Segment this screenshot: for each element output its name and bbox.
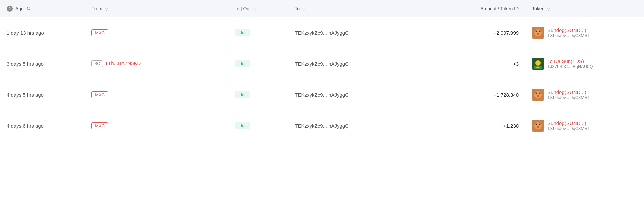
inout-label: In | Out bbox=[235, 6, 251, 11]
to-filter-icon[interactable]: ▽ bbox=[302, 7, 305, 11]
to-address: TEKzxykZc9... nAJyggC bbox=[295, 92, 349, 98]
amount-cell: +3 bbox=[432, 48, 525, 79]
from-column-header: From ▽ bbox=[85, 0, 229, 17]
to-label: To bbox=[295, 6, 300, 11]
in-badge: In bbox=[235, 60, 250, 67]
inout-column-header: In | Out ▽ bbox=[229, 0, 288, 17]
to-column-header: To ▽ bbox=[288, 0, 432, 17]
token-info: TDS To Da Sun(TDS)TJ87hSbC... BqHAU5Q bbox=[532, 58, 637, 70]
amount-column-header: Amount / Token ID bbox=[432, 0, 525, 17]
svg-point-8 bbox=[535, 60, 541, 66]
token-name-link[interactable]: Sundog(SUND...) bbox=[547, 89, 590, 95]
in-badge: In bbox=[235, 122, 250, 129]
direction-cell: In bbox=[229, 17, 288, 48]
to-cell: TEKzxykZc9... nAJyggC bbox=[288, 17, 432, 48]
token-info: Sundog(SUND...)TXL6rJbv... 9qC8MRT bbox=[532, 27, 637, 39]
reload-icon[interactable]: ↻ bbox=[26, 5, 31, 12]
to-address: TEKzxykZc9... nAJyggC bbox=[295, 123, 349, 129]
token-id: TXL6rJbv... 9qC8MRT bbox=[547, 126, 590, 131]
direction-cell: In bbox=[229, 79, 288, 110]
inout-filter-icon[interactable]: ▽ bbox=[253, 7, 256, 11]
token-image-todasun: TDS bbox=[532, 58, 544, 70]
token-filter-icon[interactable]: ▽ bbox=[547, 7, 550, 11]
token-info: Sundog(SUND...)TXL6rJbv... 9qC8MRT bbox=[532, 120, 637, 132]
from-label: From bbox=[91, 6, 102, 11]
token-image-sundog bbox=[532, 120, 544, 132]
in-badge: In bbox=[235, 29, 250, 36]
age-cell: 4 days 6 hrs ago bbox=[0, 110, 85, 141]
token-cell: TDS To Da Sun(TDS)TJ87hSbC... BqHAU5Q bbox=[525, 48, 644, 79]
to-cell: TEKzxykZc9... nAJyggC bbox=[288, 79, 432, 110]
amount-cell: +1,230 bbox=[432, 110, 525, 141]
svg-point-26 bbox=[537, 126, 539, 128]
from-cell: MXC bbox=[85, 79, 229, 110]
from-mxc-badge[interactable]: MXC bbox=[91, 122, 108, 129]
token-name-link[interactable]: Sundog(SUND...) bbox=[547, 120, 590, 126]
age-cell: 4 days 5 hrs ago bbox=[0, 79, 85, 110]
from-cell: SCTTh...BA7N5KD bbox=[85, 48, 229, 79]
from-sc-badge: SC bbox=[91, 60, 103, 67]
age-cell: 3 days 5 hrs ago bbox=[0, 48, 85, 79]
table-row: 3 days 5 hrs agoSCTTh...BA7N5KDInTEKzxyk… bbox=[0, 48, 644, 79]
token-details: To Da Sun(TDS)TJ87hSbC... BqHAU5Q bbox=[547, 58, 593, 69]
svg-point-19 bbox=[537, 95, 539, 97]
token-column-header: Token ▽ bbox=[525, 0, 644, 17]
from-mxc-badge[interactable]: MXC bbox=[91, 91, 108, 98]
svg-point-4 bbox=[537, 33, 539, 35]
to-address: TEKzxykZc9... nAJyggC bbox=[295, 30, 349, 36]
in-badge: In bbox=[235, 91, 250, 98]
direction-cell: In bbox=[229, 110, 288, 141]
token-info: Sundog(SUND...)TXL6rJbv... 9qC8MRT bbox=[532, 89, 637, 101]
transactions-table-container: ? Age ↻ From ▽ In | Out ▽ To ▽ bbox=[0, 0, 644, 141]
amount-cell: +1,728,340 bbox=[432, 79, 525, 110]
from-cell: MXC bbox=[85, 17, 229, 48]
token-name-link[interactable]: To Da Sun(TDS) bbox=[547, 58, 593, 64]
token-id: TJ87hSbC... BqHAU5Q bbox=[547, 64, 593, 69]
age-cell: 1 day 13 hrs ago bbox=[0, 17, 85, 48]
svg-text:TDS: TDS bbox=[536, 67, 540, 69]
token-details: Sundog(SUND...)TXL6rJbv... 9qC8MRT bbox=[547, 120, 590, 131]
amount-cell: +2,097,999 bbox=[432, 17, 525, 48]
table-header-row: ? Age ↻ From ▽ In | Out ▽ To ▽ bbox=[0, 0, 644, 17]
token-details: Sundog(SUND...)TXL6rJbv... 9qC8MRT bbox=[547, 27, 590, 38]
transactions-table: ? Age ↻ From ▽ In | Out ▽ To ▽ bbox=[0, 0, 644, 141]
help-icon[interactable]: ? bbox=[7, 6, 13, 12]
from-mxc-badge[interactable]: MXC bbox=[91, 29, 108, 36]
to-address: TEKzxykZc9... nAJyggC bbox=[295, 61, 349, 67]
from-filter-icon[interactable]: ▽ bbox=[105, 7, 108, 11]
to-cell: TEKzxykZc9... nAJyggC bbox=[288, 110, 432, 141]
token-label: Token bbox=[532, 6, 544, 11]
token-cell: Sundog(SUND...)TXL6rJbv... 9qC8MRT bbox=[525, 79, 644, 110]
age-column-header: ? Age ↻ bbox=[0, 0, 85, 17]
token-id: TXL6rJbv... 9qC8MRT bbox=[547, 33, 590, 38]
age-label: Age bbox=[15, 6, 24, 11]
token-cell: Sundog(SUND...)TXL6rJbv... 9qC8MRT bbox=[525, 110, 644, 141]
token-image-sundog bbox=[532, 27, 544, 39]
token-image-sundog bbox=[532, 89, 544, 101]
table-row: 4 days 6 hrs agoMXCInTEKzxykZc9... nAJyg… bbox=[0, 110, 644, 141]
token-cell: Sundog(SUND...)TXL6rJbv... 9qC8MRT bbox=[525, 17, 644, 48]
token-id: TXL6rJbv... 9qC8MRT bbox=[547, 95, 590, 100]
token-details: Sundog(SUND...)TXL6rJbv... 9qC8MRT bbox=[547, 89, 590, 100]
from-cell: MXC bbox=[85, 110, 229, 141]
direction-cell: In bbox=[229, 48, 288, 79]
amount-label: Amount / Token ID bbox=[480, 6, 519, 11]
table-row: 4 days 5 hrs agoMXCInTEKzxykZc9... nAJyg… bbox=[0, 79, 644, 110]
to-cell: TEKzxykZc9... nAJyggC bbox=[288, 48, 432, 79]
table-row: 1 day 13 hrs agoMXCInTEKzxykZc9... nAJyg… bbox=[0, 17, 644, 48]
token-name-link[interactable]: Sundog(SUND...) bbox=[547, 27, 590, 33]
from-address-link[interactable]: TTh...BA7N5KD bbox=[105, 60, 141, 66]
